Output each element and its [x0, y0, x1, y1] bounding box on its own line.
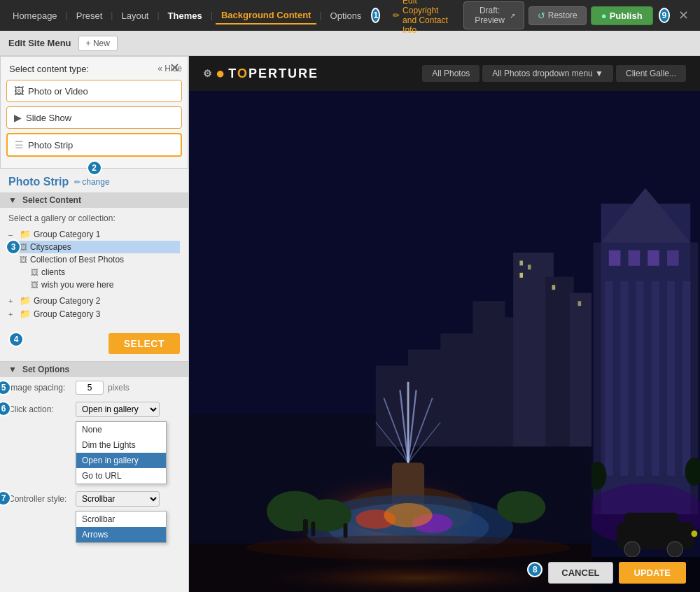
- svg-rect-45: [605, 281, 612, 476]
- restore-button[interactable]: ↺ Restore: [528, 6, 587, 25]
- update-button[interactable]: UPDATE: [619, 562, 686, 584]
- step-badge-4: 4: [8, 332, 24, 347]
- click-action-row: 6 Click action: None Dim the Lights Open…: [0, 398, 188, 488]
- group-category-1-label: Group Category 1: [34, 230, 100, 239]
- close-button[interactable]: ✕: [674, 6, 693, 24]
- site-header-preview: ⚙ ● TOPERTURE All Photos All Photos drop…: [189, 56, 700, 91]
- click-action-dropdown-open: None Dim the Lights Open in gallery Go t…: [76, 421, 167, 484]
- tree-item-clients[interactable]: 🖼 clients: [8, 266, 180, 279]
- nav-action-buttons: Draft: Preview ↗ ↺ Restore ● Publish 9 ✕: [463, 1, 693, 29]
- ctrl-dd-scrollbar[interactable]: Scrollbar: [76, 512, 166, 527]
- site-nav-pills: All Photos All Photos dropdown menu ▼ Cl…: [422, 65, 686, 82]
- site-menu-bar: Edit Site Menu + New: [0, 31, 700, 56]
- dd-none-1[interactable]: None: [76, 422, 166, 437]
- tree-item-cityscapes[interactable]: 🖼 Cityscapes 3: [8, 241, 180, 253]
- svg-rect-12: [408, 350, 444, 447]
- nav-background-content[interactable]: Background Content: [216, 7, 317, 24]
- nav-all-photos[interactable]: All Photos: [422, 65, 479, 82]
- top-navigation: Homepage | Preset | Layout | Themes | Ba…: [0, 0, 700, 31]
- slideshow-icon: ▶: [14, 112, 22, 123]
- wish-label: wish you were here: [41, 280, 113, 290]
- logo-text: TOPERTURE: [228, 66, 318, 81]
- set-options-label: Set Options: [22, 365, 69, 374]
- group-category-3-label: Group Category 3: [34, 309, 100, 319]
- cityscapes-label: Cityscapes: [30, 242, 71, 252]
- dd-open-gallery[interactable]: Open in gallery: [76, 453, 166, 468]
- edit-copyright-link[interactable]: ✏ Edit Copyright and Contact Info: [386, 0, 461, 38]
- photo-strip-panel: Photo Strip ✏ change ✕ ▼ Select Content …: [0, 169, 188, 592]
- nav-themes[interactable]: Themes: [162, 8, 208, 24]
- svg-rect-46: [620, 281, 628, 476]
- nav-preset[interactable]: Preset: [71, 8, 108, 24]
- step-badge-5: 5: [0, 380, 11, 395]
- svg-rect-36: [303, 519, 308, 535]
- nav-layout[interactable]: Layout: [115, 8, 154, 24]
- svg-rect-55: [667, 251, 679, 266]
- svg-point-61: [624, 542, 640, 557]
- svg-rect-54: [648, 251, 659, 266]
- main-photo: [189, 91, 700, 592]
- photo-icon: 🖼: [14, 85, 24, 97]
- tree-item-best-photos[interactable]: 🖼 Collection of Best Photos: [8, 253, 180, 266]
- tree-item-wish[interactable]: 🖼 wish you were here: [8, 279, 180, 291]
- svg-rect-37: [311, 522, 315, 537]
- tree-item-group-category-2[interactable]: + 📁 Group Category 2: [8, 294, 180, 307]
- select-button[interactable]: SELECT: [108, 333, 180, 354]
- image-spacing-input[interactable]: [76, 381, 104, 395]
- background-photo-preview: 8 CANCEL UPDATE: [189, 91, 700, 592]
- folder-icon-2: 📁: [20, 295, 31, 306]
- draft-preview-button[interactable]: Draft: Preview ↗: [463, 1, 524, 29]
- nav-homepage[interactable]: Homepage: [7, 8, 63, 24]
- slideshow-option[interactable]: ▶ Slide Show: [6, 106, 182, 129]
- svg-point-35: [497, 491, 545, 523]
- nav-all-photos-dropdown[interactable]: All Photos dropdown menu ▼: [482, 65, 613, 82]
- cancel-button[interactable]: CANCEL: [548, 562, 612, 584]
- dd-goto-url[interactable]: Go to URL: [76, 468, 166, 484]
- click-action-select-container: None Dim the Lights Open in gallery Go t…: [76, 402, 160, 417]
- tree-toggle-1[interactable]: –: [8, 230, 20, 239]
- step-badge-9: 9: [659, 8, 670, 23]
- image-icon-clients: 🖼: [31, 268, 38, 276]
- controller-style-select[interactable]: Scrollbar Arrows: [76, 491, 160, 507]
- ctrl-dd-arrows[interactable]: Arrows: [76, 527, 166, 542]
- controller-style-label: Controller style:: [8, 494, 71, 504]
- dd-dim-lights[interactable]: Dim the Lights: [76, 437, 166, 453]
- svg-point-32: [384, 503, 432, 528]
- photo-video-option[interactable]: 🖼 Photo or Video: [6, 80, 182, 102]
- logo-prefix: ⚙: [203, 68, 213, 79]
- check-circle-icon: ●: [601, 10, 607, 21]
- restore-icon: ↺: [538, 10, 545, 21]
- main-content: Select content type: Hide 🖼 Photo or Vid…: [0, 56, 700, 592]
- tree-toggle-3[interactable]: +: [8, 310, 20, 318]
- photostrip-icon: ☰: [15, 139, 24, 150]
- gallery-selector: Select a gallery or collection: – 📁 Grou…: [0, 208, 188, 326]
- set-options-header[interactable]: ▼ Set Options: [0, 362, 188, 377]
- image-spacing-unit: pixels: [108, 383, 130, 393]
- step-badge-1: 1: [371, 8, 380, 23]
- right-area: ⚙ ● TOPERTURE All Photos All Photos drop…: [189, 56, 700, 592]
- section-header-label: Select Content: [22, 195, 81, 205]
- svg-rect-17: [552, 285, 556, 290]
- gallery-label: Select a gallery or collection:: [8, 213, 180, 223]
- svg-rect-50: [682, 281, 690, 476]
- clients-label: clients: [41, 267, 65, 277]
- select-button-row: SELECT 4: [0, 326, 188, 361]
- publish-button[interactable]: ● Publish: [591, 6, 653, 25]
- tree-toggle-2[interactable]: +: [8, 297, 20, 305]
- external-link-icon: ↗: [510, 12, 515, 20]
- step-badge-8: 8: [527, 562, 542, 577]
- tree-item-group-category-3[interactable]: + 📁 Group Category 3: [8, 307, 180, 320]
- photostrip-option[interactable]: ☰ Photo Strip: [6, 133, 182, 157]
- change-link[interactable]: ✏ change: [74, 177, 109, 187]
- bottom-buttons: 8 CANCEL UPDATE: [527, 562, 686, 584]
- nav-client-gallery[interactable]: Client Galle...: [616, 65, 686, 82]
- new-menu-item-button[interactable]: + New: [78, 36, 118, 51]
- content-type-header: Select content type:: [6, 64, 182, 74]
- nav-options[interactable]: Options: [325, 8, 368, 24]
- tree-item-group-category-1[interactable]: – 📁 Group Category 1: [8, 227, 180, 241]
- click-action-select[interactable]: None Dim the Lights Open in gallery Go t…: [76, 402, 160, 417]
- controller-style-dropdown-open: Scrollbar Arrows: [76, 511, 167, 543]
- image-icon-wish: 🖼: [31, 281, 38, 289]
- folder-icon-3: 📁: [20, 309, 31, 319]
- select-content-section-header[interactable]: ▼ Select Content: [0, 192, 188, 208]
